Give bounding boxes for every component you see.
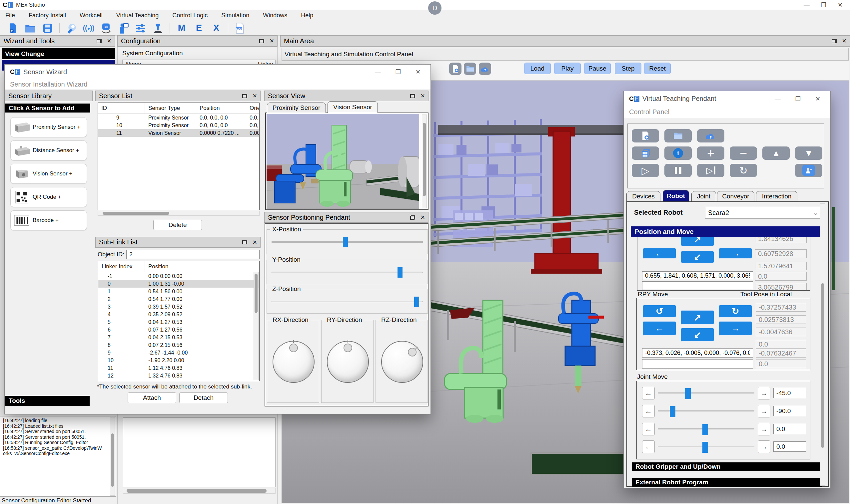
vtp-vscrollbar[interactable] (820, 203, 825, 486)
rotate-cw-button[interactable]: ↻ (719, 305, 752, 318)
config-content-area[interactable] (123, 417, 276, 487)
close-panel-icon[interactable]: × (420, 215, 425, 220)
reset-button[interactable]: Reset (644, 62, 671, 74)
float-panel-icon[interactable] (97, 39, 102, 43)
e-tool-icon[interactable]: E (193, 23, 205, 33)
menu-windows[interactable]: Windows (259, 12, 297, 19)
joint3-slider[interactable] (658, 424, 754, 434)
joint3-increment-button[interactable]: → (758, 423, 770, 435)
new-file-icon[interactable] (7, 23, 19, 34)
joint2-decrement-button[interactable]: ← (642, 405, 655, 417)
pose-input-empty[interactable] (642, 281, 753, 290)
joint1-increment-button[interactable]: → (758, 387, 770, 399)
tab-robot[interactable]: Robot (663, 190, 689, 201)
menu-file[interactable]: File (1, 12, 25, 19)
sublink-row[interactable]: 9-2.67 -1.44 -0.00 (98, 349, 259, 357)
minimize-icon[interactable]: — (804, 1, 810, 8)
float-panel-icon[interactable] (410, 215, 415, 220)
tab-interaction[interactable]: Interaction (756, 191, 797, 201)
open-program-button[interactable] (664, 129, 692, 143)
teaching-presenter-icon[interactable] (118, 23, 129, 34)
object-id-field[interactable]: 2 (126, 250, 260, 259)
view-change-bar[interactable]: View Change (2, 48, 115, 59)
hopper-icon[interactable] (152, 23, 163, 34)
circle-d-button[interactable]: D (428, 1, 441, 15)
step-button[interactable]: ▷ (697, 164, 724, 177)
sublink-table[interactable]: Linker Index Position -10.00 0.00 0.00 0… (98, 261, 260, 381)
info-button[interactable]: i (664, 146, 692, 160)
pause-button[interactable]: Pause (584, 62, 611, 74)
sublink-row[interactable]: 131.32 4.76 0.83 (98, 379, 259, 381)
view-3d-icon[interactable]: 3D (100, 23, 111, 34)
open-scene-button[interactable] (464, 62, 476, 75)
menu-help[interactable]: Help (297, 12, 323, 19)
joint1-value[interactable]: -45.0 (774, 388, 806, 398)
joint2-increment-button[interactable]: → (758, 405, 770, 417)
play-button[interactable]: Play (554, 62, 581, 74)
float-panel-icon[interactable] (242, 240, 247, 244)
joint4-decrement-button[interactable]: ← (642, 440, 655, 453)
move-right-button[interactable]: → (719, 248, 752, 259)
close-panel-icon[interactable]: × (842, 39, 846, 43)
close-panel-icon[interactable]: × (420, 93, 425, 98)
joint4-slider[interactable] (658, 442, 754, 452)
joint3-value[interactable]: 0.0 (774, 424, 806, 434)
move-up-right-button[interactable]: ↗ (681, 237, 714, 246)
menu-virtual-teaching[interactable]: Virtual Teaching (112, 12, 168, 19)
maximize-icon[interactable]: ❒ (396, 68, 401, 76)
pause-button[interactable] (664, 164, 692, 177)
sensor-view-3d[interactable] (266, 114, 419, 209)
rpy-down-left-button[interactable]: ↙ (681, 328, 714, 342)
robot-select[interactable]: Scara2 ⌄ (705, 207, 821, 219)
add-distance-sensor-button[interactable]: Distance Sensor + (10, 141, 87, 160)
y-position-slider[interactable] (272, 267, 423, 277)
x-position-slider[interactable] (272, 237, 423, 247)
close-panel-icon[interactable]: × (253, 93, 257, 98)
move-down-left-button[interactable]: ↙ (681, 251, 714, 263)
add-user-button[interactable] (795, 164, 822, 177)
rotate-ccw-button[interactable]: ↺ (643, 305, 676, 318)
joint2-slider[interactable] (658, 406, 754, 416)
minimize-icon[interactable]: — (775, 95, 781, 103)
reset-button[interactable]: ↻ (730, 164, 757, 177)
ry-direction-dial[interactable] (327, 341, 369, 383)
add-barcode-button[interactable]: Barcode + (10, 210, 87, 230)
zoom-in-button[interactable]: + (697, 146, 724, 160)
move-down-button[interactable]: ▼ (795, 146, 822, 160)
joint4-increment-button[interactable]: → (758, 440, 770, 453)
menu-factory-install[interactable]: Factory Install (25, 12, 76, 19)
robot-gripper-bar[interactable]: Robot Gripper and Up/Down (632, 462, 822, 471)
sensor-list-table[interactable]: ID Sensor Type Position Orie 9 Proximity… (98, 103, 260, 210)
sublink-row[interactable]: -10.00 0.00 0.00 (98, 272, 259, 280)
menu-simulation[interactable]: Simulation (217, 12, 259, 19)
sublink-row[interactable]: 10-1.90 2.20 0.00 (98, 357, 259, 364)
tab-conveyor[interactable]: Conveyor (717, 191, 754, 201)
float-panel-icon[interactable] (832, 39, 837, 43)
sublink-row[interactable]: 40.35 2.09 0.52 (98, 311, 259, 318)
step-button[interactable]: Step (615, 62, 641, 74)
joint1-decrement-button[interactable]: ← (642, 387, 655, 399)
new-program-button[interactable] (632, 129, 659, 143)
menu-workcell[interactable]: Workcell (76, 12, 112, 19)
tab-vision-sensor[interactable]: Vision Sensor (328, 101, 378, 113)
external-robot-program-bar[interactable]: External Robot Program (632, 478, 822, 487)
load-button[interactable]: Load (524, 62, 551, 74)
detach-button[interactable]: Detach (179, 393, 228, 403)
play-button[interactable]: ▷ (632, 164, 659, 177)
slider-handle[interactable] (398, 267, 402, 277)
sublink-row-selected[interactable]: 01.00 1.31 -0.00 (98, 280, 259, 288)
zoom-out-button[interactable]: − (730, 146, 757, 160)
sublink-row[interactable]: 50.04 1.27 0.53 (98, 318, 259, 326)
menu-control-logic[interactable]: Control Logic (168, 12, 217, 19)
float-panel-icon[interactable] (259, 39, 264, 43)
rpy-right-button[interactable]: → (719, 321, 752, 336)
close-icon[interactable]: ✕ (815, 95, 820, 103)
slider-handle[interactable] (414, 296, 419, 307)
add-qr-code-button[interactable]: QR Code + (10, 187, 87, 207)
log-output-box[interactable]: [16:42:27] loading file [16:42:27] Loade… (0, 416, 116, 497)
settings-wrench-icon[interactable] (66, 23, 77, 34)
float-panel-icon[interactable] (410, 94, 415, 98)
move-up-button[interactable]: ▲ (762, 146, 790, 160)
move-left-button[interactable]: ← (643, 248, 676, 259)
sublink-row[interactable]: 121.32 4.76 0.83 (98, 372, 259, 379)
